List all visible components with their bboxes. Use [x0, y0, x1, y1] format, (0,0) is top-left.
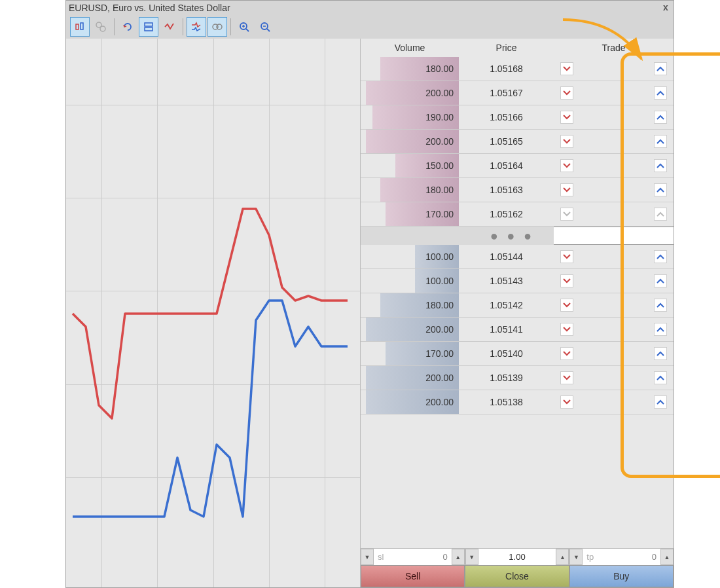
- trade-cell: [554, 183, 674, 196]
- svg-line-9: [246, 29, 249, 31]
- toolbar-zoom-in-button[interactable]: [234, 17, 254, 37]
- sell-at-price-button[interactable]: [560, 208, 573, 221]
- trade-cell: [554, 274, 674, 287]
- depth-of-market: Volume Price Trade 180.001.05168200.001.…: [361, 39, 674, 587]
- price-cell: 1.05162: [459, 209, 554, 219]
- window-title: EURUSD, Euro vs. United States Dollar: [69, 3, 660, 13]
- svg-rect-1: [81, 23, 83, 29]
- volume-cell: 200.00: [361, 366, 459, 390]
- sell-at-price-button[interactable]: [560, 323, 573, 336]
- sl-up-button[interactable]: ▲: [452, 549, 465, 565]
- tp-up-button[interactable]: ▲: [660, 549, 674, 565]
- toolbar-chart-button[interactable]: [70, 17, 90, 37]
- buy-at-price-button[interactable]: [654, 159, 667, 172]
- price-cell: 1.05138: [459, 397, 554, 407]
- refresh-icon: [122, 21, 134, 33]
- buy-at-price-button[interactable]: [654, 250, 667, 263]
- buy-at-price-button[interactable]: [654, 208, 667, 221]
- sell-at-price-button[interactable]: [560, 111, 573, 124]
- sell-at-price-button[interactable]: [560, 274, 573, 287]
- toolbar: [66, 15, 674, 39]
- volume-cell: 180.00: [361, 57, 459, 81]
- tp-input[interactable]: tp0: [583, 549, 660, 565]
- buy-at-price-button[interactable]: [654, 111, 667, 124]
- split-icon: [143, 21, 154, 33]
- dom-row: 180.001.05142: [361, 293, 674, 318]
- sell-at-price-button[interactable]: [560, 62, 573, 75]
- sell-at-price-button[interactable]: [560, 347, 573, 360]
- sell-at-price-button[interactable]: [560, 395, 573, 409]
- sell-button[interactable]: Sell: [361, 565, 465, 587]
- lot-down-button[interactable]: ▼: [465, 549, 478, 565]
- toolbar-spread-button[interactable]: [187, 17, 206, 37]
- svg-rect-5: [145, 28, 153, 31]
- sl-spinner: ▼ sl0 ▲: [361, 549, 465, 565]
- zoom-in-icon: [238, 21, 250, 33]
- sell-at-price-button[interactable]: [560, 86, 573, 100]
- buy-at-price-button[interactable]: [654, 86, 667, 100]
- header-price: Price: [459, 43, 554, 53]
- dom-row: 180.001.05168: [361, 57, 674, 81]
- buy-at-price-button[interactable]: [654, 299, 667, 312]
- buy-at-price-button[interactable]: [654, 274, 667, 287]
- chart-lines: [66, 39, 361, 562]
- header-volume: Volume: [361, 43, 459, 53]
- toolbar-refresh-button[interactable]: [118, 17, 137, 37]
- dom-row: 200.001.05141: [361, 318, 674, 342]
- buy-at-price-button[interactable]: [654, 371, 667, 384]
- sl-input[interactable]: sl0: [374, 549, 452, 565]
- tick-chart[interactable]: [66, 39, 361, 587]
- buy-at-price-button[interactable]: [654, 62, 667, 75]
- sl-down-button[interactable]: ▼: [361, 549, 374, 565]
- separator: [183, 18, 183, 35]
- bottom-controls: ▼ sl0 ▲ ▼ 1.00 ▲ ▼ tp0 ▲: [361, 548, 674, 587]
- toolbar-volume-button[interactable]: [207, 17, 227, 37]
- price-cell: 1.05139: [459, 373, 554, 383]
- trade-cell: [554, 135, 674, 148]
- price-cell: 1.05163: [459, 185, 554, 195]
- buy-at-price-button[interactable]: [654, 135, 667, 148]
- buy-at-price-button[interactable]: [654, 323, 667, 336]
- separator: [230, 18, 231, 35]
- svg-point-3: [100, 26, 105, 31]
- sell-at-price-button[interactable]: [560, 299, 573, 312]
- toolbar-zoom-out-button[interactable]: [255, 17, 275, 37]
- toolbar-split-button[interactable]: [139, 17, 158, 37]
- circles-icon: [211, 21, 223, 33]
- trade-cell: [554, 159, 674, 172]
- sell-at-price-button[interactable]: [560, 183, 573, 196]
- buy-at-price-button[interactable]: [654, 347, 667, 360]
- trade-cell: [554, 111, 674, 124]
- price-cell: 1.05144: [459, 251, 554, 262]
- lot-input[interactable]: 1.00: [478, 549, 556, 565]
- close-button[interactable]: x: [660, 3, 671, 13]
- dom-row: 100.001.05144: [361, 245, 674, 269]
- dom-row: 170.001.05162: [361, 202, 674, 227]
- lot-spinner: ▼ 1.00 ▲: [465, 549, 570, 565]
- price-cell: 1.05142: [459, 300, 554, 310]
- tp-down-button[interactable]: ▼: [569, 549, 583, 565]
- buy-at-price-button[interactable]: [654, 183, 667, 196]
- svg-rect-0: [76, 24, 79, 29]
- dom-row: 200.001.05138: [361, 390, 674, 414]
- sell-at-price-button[interactable]: [560, 159, 573, 172]
- toolbar-time-button[interactable]: [91, 17, 111, 37]
- trade-cell: [554, 371, 674, 384]
- dom-row: 150.001.05164: [361, 154, 674, 178]
- dom-row: 200.001.05167: [361, 81, 674, 105]
- volume-cell: 190.00: [361, 105, 459, 129]
- sell-at-price-button[interactable]: [560, 250, 573, 263]
- action-row: Sell Close Buy: [361, 565, 674, 587]
- price-cell: 1.05141: [459, 324, 554, 335]
- titlebar: EURUSD, Euro vs. United States Dollar x: [66, 1, 674, 15]
- lot-up-button[interactable]: ▲: [556, 549, 569, 565]
- buy-button[interactable]: Buy: [569, 565, 674, 587]
- price-cell: 1.05167: [459, 88, 554, 98]
- dom-row: 100.001.05143: [361, 269, 674, 293]
- buy-at-price-button[interactable]: [654, 395, 667, 409]
- sell-at-price-button[interactable]: [560, 135, 573, 148]
- toolbar-tick-button[interactable]: [160, 17, 179, 37]
- close-position-button[interactable]: Close: [465, 565, 569, 587]
- trade-cell: [554, 62, 674, 75]
- sell-at-price-button[interactable]: [560, 371, 573, 384]
